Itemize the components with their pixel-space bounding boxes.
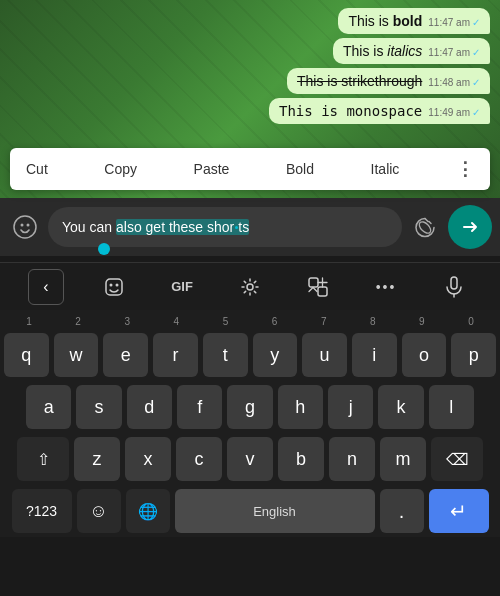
italic-button[interactable]: Italic [371,161,400,177]
msg-time-4: 11:49 am ✓ [428,107,480,118]
num-switch-key[interactable]: ?123 [12,489,72,533]
copy-button[interactable]: Copy [104,161,137,177]
read-check-2: ✓ [472,47,480,58]
input-row: You can also get these shorts [0,198,500,256]
svg-rect-10 [451,277,457,289]
num-1: 1 [6,316,52,327]
key-b[interactable]: b [278,437,324,481]
key-s[interactable]: s [76,385,121,429]
cut-button[interactable]: Cut [26,161,48,177]
paste-button[interactable]: Paste [194,161,230,177]
msg-time-3: 11:48 am ✓ [428,77,480,88]
keyboard: 1 2 3 4 5 6 7 8 9 0 q w e r t y u i o p … [0,310,500,537]
voice-button[interactable] [420,263,488,311]
message-3: This is strikethrough 11:48 am ✓ [287,68,490,94]
keyboard-back-button[interactable]: ‹ [12,263,80,311]
gif-button[interactable]: GIF [148,263,216,311]
key-h[interactable]: h [278,385,323,429]
gif-label: GIF [171,279,193,294]
key-n[interactable]: n [329,437,375,481]
back-icon[interactable]: ‹ [28,269,64,305]
shift-key[interactable]: ⇧ [17,437,69,481]
key-e[interactable]: e [103,333,148,377]
message-1: This is bold 11:47 am ✓ [338,8,490,34]
key-k[interactable]: k [378,385,423,429]
num-8: 8 [350,316,396,327]
key-c[interactable]: c [176,437,222,481]
key-o[interactable]: o [402,333,447,377]
key-f[interactable]: f [177,385,222,429]
msg-text-4: This is monospace [279,103,422,119]
key-u[interactable]: u [302,333,347,377]
key-a[interactable]: a [26,385,71,429]
key-l[interactable]: l [429,385,474,429]
space-key[interactable]: English [175,489,375,533]
text-input[interactable]: You can also get these shorts [48,207,402,247]
more-options-button[interactable]: ⋮ [456,158,474,180]
backspace-key[interactable]: ⌫ [431,437,483,481]
selection-handle[interactable] [98,243,110,255]
key-p[interactable]: p [451,333,496,377]
key-y[interactable]: y [253,333,298,377]
num-9: 9 [399,316,445,327]
key-r[interactable]: r [153,333,198,377]
period-key[interactable]: . [380,489,424,533]
read-check-4: ✓ [472,107,480,118]
selected-text: also get these shorts [116,219,249,235]
key-row-1: q w e r t y u i o p [4,333,496,377]
key-z[interactable]: z [74,437,120,481]
num-6: 6 [252,316,298,327]
svg-point-0 [14,216,36,238]
emoji-button[interactable] [8,210,42,244]
msg-text-1: This is bold [348,13,422,29]
settings-button[interactable] [216,263,284,311]
svg-point-6 [116,283,119,286]
key-row-4: ?123 ☺ 🌐 English . ↵ [4,489,496,533]
number-hints-row: 1 2 3 4 5 6 7 8 9 0 [4,316,496,327]
context-toolbar: Cut Copy Paste Bold Italic ⋮ [10,148,490,190]
enter-key[interactable]: ↵ [429,489,489,533]
svg-point-1 [21,224,24,227]
key-v[interactable]: v [227,437,273,481]
keyboard-toolbar: ‹ GIF ••• [0,262,500,310]
key-m[interactable]: m [380,437,426,481]
send-button[interactable] [448,205,492,249]
key-i[interactable]: i [352,333,397,377]
num-4: 4 [153,316,199,327]
bold-button[interactable]: Bold [286,161,314,177]
translate-button[interactable] [284,263,352,311]
input-text: You can also get these shorts [62,217,249,238]
msg-text-2: This is italics [343,43,422,59]
dots-icon: ••• [376,279,397,295]
key-j[interactable]: j [328,385,373,429]
key-d[interactable]: d [127,385,172,429]
message-2: This is italics 11:47 am ✓ [333,38,490,64]
svg-rect-9 [318,287,327,296]
globe-key[interactable]: 🌐 [126,489,170,533]
attach-button[interactable] [408,210,442,244]
key-x[interactable]: x [125,437,171,481]
svg-point-2 [27,224,30,227]
key-w[interactable]: w [54,333,99,377]
key-t[interactable]: t [203,333,248,377]
svg-point-7 [247,284,253,290]
num-2: 2 [55,316,101,327]
key-q[interactable]: q [4,333,49,377]
msg-text-3: This is strikethrough [297,73,422,89]
key-row-3: ⇧ z x c v b n m ⌫ [4,437,496,481]
key-g[interactable]: g [227,385,272,429]
message-4: This is monospace 11:49 am ✓ [269,98,490,124]
num-0: 0 [448,316,494,327]
read-check-1: ✓ [472,17,480,28]
svg-point-5 [110,283,113,286]
msg-time-2: 11:47 am ✓ [428,47,480,58]
svg-rect-8 [309,278,318,287]
num-7: 7 [301,316,347,327]
messages-container: This is bold 11:47 am ✓ This is italics … [0,0,500,132]
num-3: 3 [104,316,150,327]
sticker-button[interactable] [80,263,148,311]
emoji-key[interactable]: ☺ [77,489,121,533]
read-check-3: ✓ [472,77,480,88]
text-cursor [235,226,238,229]
more-button[interactable]: ••• [352,263,420,311]
